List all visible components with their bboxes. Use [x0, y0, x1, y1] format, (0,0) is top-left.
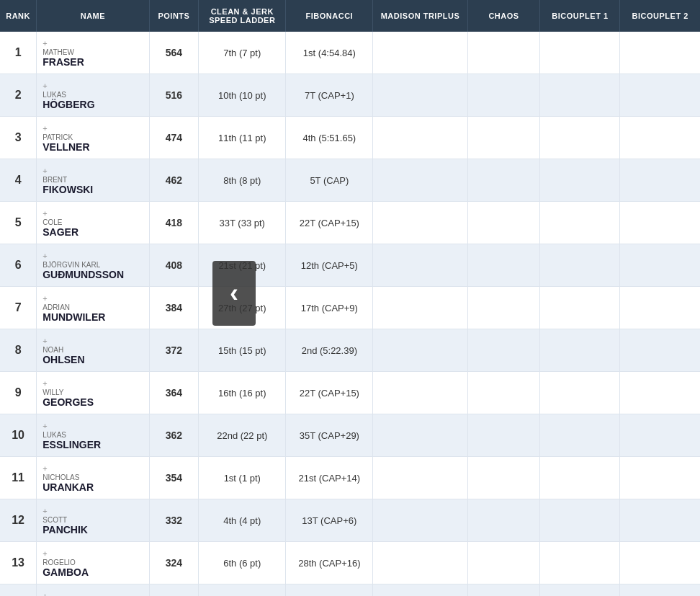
- cell-madison: [373, 457, 467, 499]
- cell-madison: [373, 584, 467, 597]
- expand-icon[interactable]: +: [42, 464, 47, 473]
- cell-bicouplet1: [540, 32, 620, 74]
- athlete-last-name: PANCHIK: [42, 524, 143, 535]
- cell-fib: 5T (CAP): [286, 159, 373, 202]
- cell-points: 372: [149, 329, 199, 372]
- athlete-first-name: LUKAS: [42, 431, 143, 439]
- table-row: 2 + LUKAS HÖGBERG 51610th (10 pt)7T (CAP…: [0, 74, 700, 117]
- cell-chaos: [467, 244, 540, 287]
- cell-fib: 13T (CAP+6): [286, 499, 373, 542]
- cell-rank: 6: [0, 244, 37, 287]
- athlete-last-name: VELLNER: [42, 141, 143, 153]
- cell-rank: 8: [0, 329, 37, 372]
- cell-bicouplet2: [620, 202, 700, 244]
- cell-cj: 33T (33 pt): [199, 202, 286, 244]
- col-header-cj: CLEAN & JERK SPEED LADDER: [199, 0, 286, 32]
- expand-icon[interactable]: +: [42, 337, 47, 345]
- cell-fib: 4th (5:51.65): [286, 117, 373, 159]
- cell-points: 362: [149, 414, 199, 457]
- table-row: 13 + ROGELIO GAMBOA 3246th (6 pt)28th (C…: [0, 542, 700, 584]
- cell-bicouplet1: [540, 202, 620, 244]
- cell-fib: 21st (CAP+14): [286, 457, 373, 499]
- carousel-arrow-icon: ‹: [230, 280, 238, 306]
- cell-fib: 7T (CAP+1): [286, 74, 373, 117]
- table-row: 8 + NOAH OHLSEN 37215th (15 pt)2nd (5:22…: [0, 329, 700, 372]
- expand-icon[interactable]: +: [42, 507, 47, 515]
- expand-icon[interactable]: +: [42, 209, 47, 218]
- cell-name: + BJÖRGVIN KARL GUÐMUNDSSON: [37, 244, 149, 287]
- expand-icon[interactable]: +: [42, 124, 47, 133]
- cell-points: 462: [149, 159, 199, 202]
- col-header-name: NAME: [37, 0, 149, 32]
- cell-points: 418: [149, 202, 199, 244]
- cell-name: + MATHEW FRASER: [37, 32, 149, 74]
- cell-chaos: [467, 74, 540, 117]
- expand-icon[interactable]: +: [42, 81, 47, 90]
- table-header-row: RANK NAME POINTS CLEAN & JERK SPEED LADD…: [0, 0, 700, 32]
- cell-cj: 10th (10 pt): [199, 74, 286, 117]
- cell-chaos: [467, 372, 540, 414]
- table-body: 1 + MATHEW FRASER 5647th (7 pt)1st (4:54…: [0, 32, 700, 596]
- cell-points: 322: [149, 584, 199, 597]
- col-header-bic1: BICOUPLET 1: [540, 0, 620, 32]
- cell-bicouplet1: [540, 117, 620, 159]
- cell-fib: 12th (CAP+5): [286, 244, 373, 287]
- cell-bicouplet1: [540, 159, 620, 202]
- expand-icon[interactable]: +: [42, 294, 47, 303]
- expand-icon[interactable]: +: [42, 379, 47, 388]
- table-row: 3 + PATRICK VELLNER 47411th (11 pt)4th (…: [0, 117, 700, 159]
- expand-icon[interactable]: +: [42, 39, 47, 48]
- cell-fib: 22T (CAP+15): [286, 372, 373, 414]
- cell-name: + SCOTT PANCHIK: [37, 499, 149, 542]
- cell-bicouplet1: [540, 244, 620, 287]
- expand-icon[interactable]: +: [42, 592, 47, 596]
- cell-chaos: [467, 584, 540, 597]
- cell-rank: 10: [0, 414, 37, 457]
- cell-cj: 7th (7 pt): [199, 32, 286, 74]
- cell-rank: 13: [0, 542, 37, 584]
- cell-madison: [373, 117, 467, 159]
- cell-bicouplet2: [620, 499, 700, 542]
- cell-bicouplet2: [620, 117, 700, 159]
- cell-bicouplet1: [540, 584, 620, 597]
- col-header-fib: FIBONACCI: [286, 0, 373, 32]
- leaderboard-table: RANK NAME POINTS CLEAN & JERK SPEED LADD…: [0, 0, 700, 596]
- athlete-last-name: GAMBOA: [42, 566, 143, 578]
- cell-bicouplet1: [540, 414, 620, 457]
- cell-cj: 6th (6 pt): [199, 542, 286, 584]
- cell-name: + BRENT FIKOWSKI: [37, 159, 149, 202]
- cell-points: 384: [149, 287, 199, 329]
- cell-rank: 9: [0, 372, 37, 414]
- cell-fib: 3rd (5:48.06): [286, 584, 373, 597]
- athlete-first-name: BRENT: [42, 176, 143, 184]
- cell-points: 408: [149, 244, 199, 287]
- cell-name: + COLE SAGER: [37, 202, 149, 244]
- expand-icon[interactable]: +: [42, 252, 47, 260]
- cell-cj: 32nd (32 pt): [199, 584, 286, 597]
- expand-icon[interactable]: +: [42, 166, 47, 175]
- athlete-last-name: OHLSEN: [42, 354, 143, 365]
- cell-bicouplet1: [540, 329, 620, 372]
- cell-bicouplet2: [620, 287, 700, 329]
- col-header-rank: RANK: [0, 0, 37, 32]
- cell-points: 332: [149, 499, 199, 542]
- col-header-points: POINTS: [149, 0, 199, 32]
- cell-bicouplet1: [540, 499, 620, 542]
- expand-icon[interactable]: +: [42, 422, 47, 430]
- athlete-last-name: MUNDWILER: [42, 311, 143, 323]
- cell-chaos: [467, 542, 540, 584]
- table-row: 9 + WILLY GEORGES 36416th (16 pt)22T (CA…: [0, 372, 700, 414]
- cell-rank: 14: [0, 584, 37, 597]
- cell-chaos: [467, 457, 540, 499]
- table-row: 5 + COLE SAGER 41833T (33 pt)22T (CAP+15…: [0, 202, 700, 244]
- cell-name: + PATRICK VELLNER: [37, 117, 149, 159]
- expand-icon[interactable]: +: [42, 549, 47, 558]
- cell-bicouplet2: [620, 159, 700, 202]
- athlete-first-name: COLE: [42, 218, 143, 226]
- athlete-first-name: BJÖRGVIN KARL: [42, 261, 143, 269]
- cell-rank: 12: [0, 499, 37, 542]
- athlete-first-name: NICHOLAS: [42, 473, 143, 481]
- carousel-back-button[interactable]: ‹: [212, 261, 256, 326]
- cell-cj: 16th (16 pt): [199, 372, 286, 414]
- cell-chaos: [467, 414, 540, 457]
